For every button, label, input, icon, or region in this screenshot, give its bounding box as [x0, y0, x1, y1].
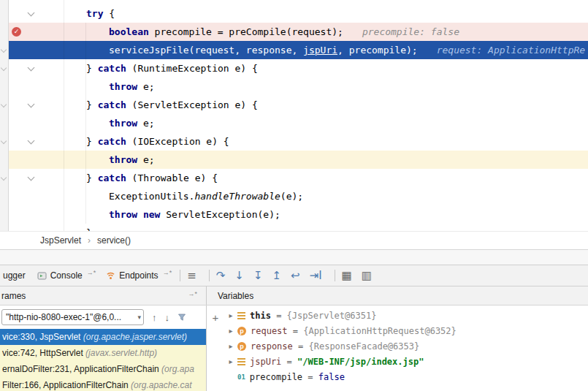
tab-console[interactable]: Console →* — [32, 265, 102, 286]
next-frame-icon[interactable]: ↓ — [165, 312, 170, 323]
expand-chevron-icon[interactable]: ▸ — [226, 327, 236, 335]
frames-panel-header[interactable]: rames →* — [0, 286, 207, 305]
code-line[interactable]: } catch (IOException e) { — [0, 132, 588, 151]
tab-console-flag-icon: →* — [87, 269, 96, 276]
menu-icon[interactable]: ≡ — [187, 270, 196, 281]
code-editor[interactable]: try {boolean precompile = preCompile(req… — [0, 0, 588, 231]
code-line[interactable]: try { — [0, 4, 588, 23]
code-token: throw — [109, 209, 137, 220]
frame-list-item[interactable]: vice:742, HttpServlet (javax.servlet.htt… — [0, 345, 206, 361]
equals-sign: = — [293, 341, 309, 352]
variable-text: this = {JspServlet@6351} — [250, 311, 376, 321]
code-line[interactable]: boolean precompile = preCompile(request)… — [0, 23, 588, 41]
frame-package: (javax.servlet.http) — [85, 348, 157, 358]
frame-list-item[interactable]: vice:330, JspServlet (org.apache.jasper.… — [0, 329, 206, 345]
hide-library-frames-filter-icon[interactable] — [177, 313, 186, 322]
frame-list-item[interactable]: ernalDoFilter:231, ApplicationFilterChai… — [0, 361, 206, 377]
code-token: precompile = preCompile(request); — [149, 26, 343, 37]
code-token: (ServletException e) { — [126, 99, 258, 110]
breakpoint-icon[interactable]: ✓ — [12, 27, 21, 37]
code-line[interactable]: } catch (RuntimeException e) { — [0, 59, 588, 77]
code-token: boolean — [109, 26, 149, 37]
variable-value: {ResponseFacade@6353} — [308, 341, 419, 352]
variable-name: this — [250, 311, 271, 321]
breadcrumb: JspServlet › service() — [0, 231, 588, 250]
code-token: new — [143, 209, 160, 220]
variables-tree: ▸this = {JspServlet@6351}▸prequest = {Ap… — [224, 305, 588, 391]
run-to-cursor-icon[interactable]: ⇥I — [310, 270, 322, 281]
expand-chevron-icon[interactable]: ▸ — [226, 311, 236, 319]
variable-value: {ApplicationHttpRequest@6352} — [303, 326, 457, 336]
gutter-marker-icon[interactable] — [1, 139, 7, 144]
code-line[interactable]: throw e; — [0, 77, 588, 96]
tab-console-label: Console — [50, 270, 83, 281]
variable-row[interactable]: ▸jspUri = "/WEB-INF/jsp/index.jsp" — [224, 354, 588, 369]
frame-location: vice:742, HttpServlet — [2, 348, 85, 358]
force-step-into-icon[interactable]: ↧ — [253, 270, 263, 281]
code-token: (IOException e) { — [126, 136, 229, 147]
debugger-inline-hint: precompile: false — [362, 26, 459, 37]
code-line[interactable]: ExceptionUtils.handleThrowable(e); — [0, 187, 588, 205]
fold-chevron-down-icon[interactable] — [28, 102, 36, 108]
layout-settings-icon[interactable]: ▥ — [362, 270, 372, 281]
code-token: e; — [137, 154, 154, 165]
code-token: , precompile); — [337, 45, 418, 56]
variable-row[interactable]: ▸this = {JspServlet@6351} — [224, 308, 588, 323]
editor-toolwindow-gap — [0, 250, 588, 265]
code-line[interactable]: } catch (Throwable e) { — [0, 169, 588, 187]
code-line[interactable]: } catch (ServletException e) { — [0, 96, 588, 114]
fold-chevron-down-icon[interactable] — [28, 175, 36, 181]
code-token: } — [86, 227, 92, 231]
code-token: } — [86, 172, 98, 183]
console-icon — [37, 271, 47, 281]
code-line[interactable]: } — [0, 224, 588, 231]
thread-selector[interactable]: "http-nio-8080-exec-1"@6,0... ▾ — [1, 309, 144, 325]
gutter-marker-icon[interactable] — [1, 48, 7, 53]
primitive-value-icon: 01 — [237, 373, 245, 381]
code-line[interactable]: throw e; — [0, 151, 588, 169]
code-line[interactable]: throw new ServletException(e); — [0, 205, 588, 224]
code-line[interactable]: throw e; — [0, 114, 588, 132]
add-watch-button[interactable]: + — [213, 311, 219, 324]
expand-chevron-icon[interactable]: ▸ — [226, 342, 236, 350]
view-as-table-icon[interactable]: ▦ — [342, 270, 352, 281]
breadcrumb-class[interactable]: JspServlet — [40, 235, 81, 246]
fold-chevron-down-icon[interactable] — [28, 65, 36, 72]
previous-frame-icon[interactable]: ↑ — [152, 312, 157, 323]
frames-header-flag-icon: →* — [188, 290, 197, 297]
code-token: (e); — [280, 191, 303, 202]
debugger-inline-hint: request: ApplicationHttpRe — [437, 45, 586, 56]
variable-value: false — [318, 372, 345, 382]
expand-chevron-icon[interactable]: ▸ — [226, 357, 236, 365]
equals-sign: = — [288, 326, 304, 336]
code-lines: try {boolean precompile = preCompile(req… — [0, 4, 588, 231]
code-token: try — [86, 8, 103, 19]
frame-list-item[interactable]: Filter:166, ApplicationFilterChain (org.… — [0, 377, 206, 391]
debug-stepping-toolbar: ≡↷↓↧↥↩⇥I▦▥ — [187, 270, 381, 281]
variable-row[interactable]: 01precompile = false — [224, 369, 588, 384]
variable-text: response = {ResponseFacade@6353} — [251, 341, 419, 352]
code-line[interactable]: serviceJspFile(request, response, jspUri… — [0, 41, 588, 59]
gutter-marker-icon[interactable] — [1, 66, 7, 71]
variable-value: {JspServlet@6351} — [287, 311, 377, 321]
drop-frame-icon[interactable]: ↩ — [291, 270, 300, 281]
variables-panel-header[interactable]: Variables — [207, 286, 588, 305]
code-token: throw — [109, 154, 137, 165]
step-into-icon[interactable]: ↓ — [234, 270, 244, 281]
code-token: } — [86, 99, 98, 110]
thread-selector-row: "http-nio-8080-exec-1"@6,0... ▾ ↑ ↓ — [0, 305, 206, 329]
code-token: (Throwable e) { — [126, 172, 218, 183]
tab-endpoints[interactable]: Endpoints →* — [101, 265, 177, 286]
tab-debugger[interactable]: ugger — [1, 270, 32, 281]
gutter-marker-icon[interactable] — [1, 102, 7, 107]
fold-chevron-down-icon[interactable] — [28, 138, 36, 145]
fold-chevron-down-icon[interactable] — [28, 10, 36, 17]
variable-name: response — [251, 341, 293, 352]
step-out-icon[interactable]: ↥ — [272, 270, 281, 281]
breadcrumb-method[interactable]: service() — [97, 235, 131, 246]
gutter-marker-icon[interactable] — [1, 175, 7, 181]
step-over-icon[interactable]: ↷ — [216, 270, 226, 281]
variable-row[interactable]: ▸prequest = {ApplicationHttpRequest@6352… — [224, 323, 588, 338]
variable-row[interactable]: ▸presponse = {ResponseFacade@6353} — [224, 338, 588, 354]
parameter-icon: p — [237, 342, 246, 351]
